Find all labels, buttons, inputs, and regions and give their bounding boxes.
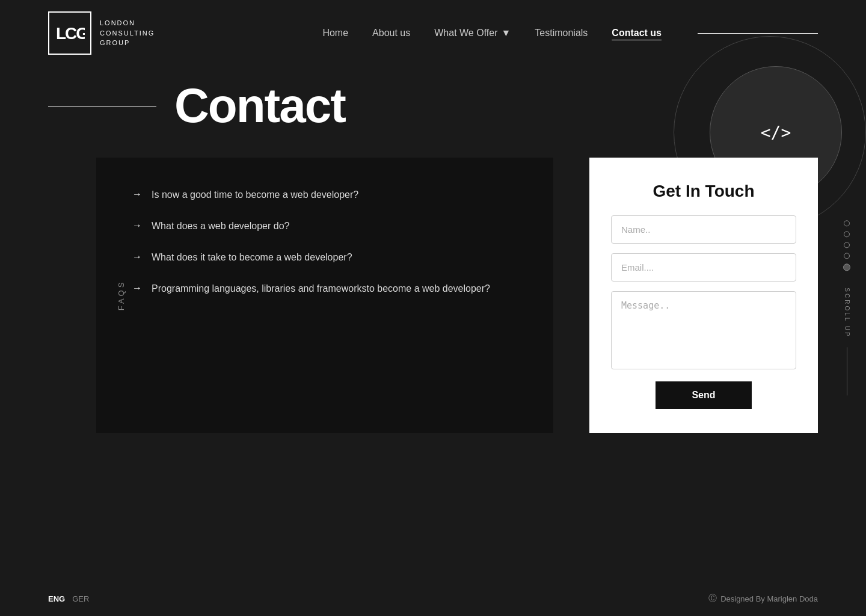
svg-text:LCG: LCG xyxy=(56,24,85,43)
arrow-icon-2: → xyxy=(132,220,142,231)
logo-text: LONDON CONSULTING GROUP xyxy=(100,18,155,48)
copyright-text: Designed By Mariglen Doda xyxy=(720,594,818,603)
logo: LCG LONDON CONSULTING GROUP xyxy=(48,11,155,55)
scroll-line xyxy=(847,348,847,396)
copyright-icon: Ⓒ xyxy=(708,593,717,604)
faq-text-2: What does a web developer do? xyxy=(152,219,289,233)
contact-form-card: Get In Touch Send xyxy=(589,158,818,433)
nav-about[interactable]: About us xyxy=(372,28,410,38)
page-title: Contact xyxy=(174,78,345,134)
send-button[interactable]: Send xyxy=(656,381,752,409)
scroll-label: SCROLL UP xyxy=(844,288,850,337)
faq-item-2[interactable]: → What does a web developer do? xyxy=(132,219,529,233)
faq-section: FAQS → Is now a good time to become a we… xyxy=(96,158,553,433)
lang-ger[interactable]: GER xyxy=(72,594,89,603)
nav-home[interactable]: Home xyxy=(322,28,348,38)
faq-label: FAQS xyxy=(117,280,126,311)
scroll-indicator: SCROLL UP xyxy=(843,220,850,395)
page-title-section: Contact xyxy=(0,66,866,134)
navigation: Home About us What We Offer ▼ Testimonia… xyxy=(322,28,818,38)
arrow-icon-4: → xyxy=(132,283,142,294)
scroll-dot-2 xyxy=(844,231,850,237)
name-input[interactable] xyxy=(611,215,796,244)
scroll-dot-3 xyxy=(844,242,850,248)
title-line xyxy=(48,106,156,106)
message-input[interactable] xyxy=(611,291,796,369)
nav-what-we-offer[interactable]: What We Offer ▼ xyxy=(434,28,511,38)
faq-item-3[interactable]: → What does it take to become a web deve… xyxy=(132,250,529,265)
copyright: Ⓒ Designed By Mariglen Doda xyxy=(708,593,818,604)
nav-decorative-line xyxy=(698,33,818,34)
faq-text-4: Programming languages, libraries and fra… xyxy=(152,282,490,296)
faq-list: → Is now a good time to become a web dev… xyxy=(132,182,529,296)
arrow-icon-1: → xyxy=(132,189,142,200)
faq-text-3: What does it take to become a web develo… xyxy=(152,250,352,265)
nav-testimonials[interactable]: Testimonials xyxy=(535,28,588,38)
logo-icon: LCG xyxy=(48,11,91,55)
header: LCG LONDON CONSULTING GROUP Home About u… xyxy=(0,0,866,66)
language-switcher: ENG GER xyxy=(48,594,89,603)
faq-item-1[interactable]: → Is now a good time to become a web dev… xyxy=(132,188,529,202)
faq-item-4[interactable]: → Programming languages, libraries and f… xyxy=(132,282,529,296)
main-content: FAQS → Is now a good time to become a we… xyxy=(0,140,866,451)
lang-eng[interactable]: ENG xyxy=(48,594,65,603)
form-title: Get In Touch xyxy=(611,182,796,201)
scroll-dot-5 xyxy=(843,263,850,271)
email-input[interactable] xyxy=(611,253,796,282)
arrow-icon-3: → xyxy=(132,251,142,262)
nav-contact-us[interactable]: Contact us xyxy=(612,28,662,38)
faq-text-1: Is now a good time to become a web devel… xyxy=(152,188,358,202)
footer: ENG GER Ⓒ Designed By Mariglen Doda xyxy=(0,581,866,616)
scroll-dot-1 xyxy=(844,220,850,226)
chevron-down-icon: ▼ xyxy=(501,28,511,38)
scroll-dot-4 xyxy=(844,253,850,259)
